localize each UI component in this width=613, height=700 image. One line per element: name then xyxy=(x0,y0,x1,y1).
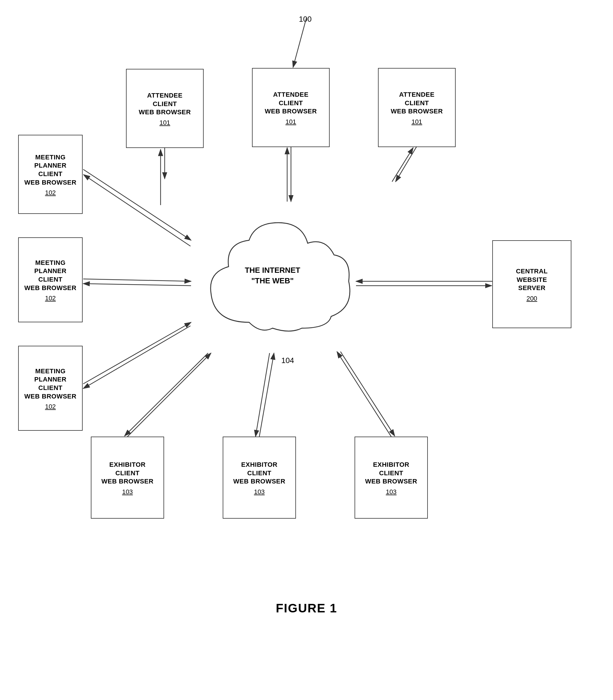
svg-line-18 xyxy=(125,353,208,436)
attendee1-id: 101 xyxy=(159,119,170,127)
svg-line-2 xyxy=(293,17,306,67)
svg-line-17 xyxy=(128,353,211,437)
meeting3-label: MEETINGPLANNERCLIENTWEB BROWSER xyxy=(24,367,77,401)
meeting1-label: MEETINGPLANNERCLIENTWEB BROWSER xyxy=(24,153,77,187)
meeting-node-2: MEETINGPLANNERCLIENTWEB BROWSER 102 xyxy=(18,237,83,322)
diagram: 100 ATTENDEECLIENTWEB BROWSER 101 ATTEND… xyxy=(0,0,613,645)
attendee-node-2: ATTENDEECLIENTWEB BROWSER 101 xyxy=(252,68,330,147)
exhibitor2-label: EXHIBITORCLIENTWEB BROWSER xyxy=(233,461,285,486)
attendee3-id: 101 xyxy=(412,118,422,126)
attendee1-label: ATTENDEECLIENTWEB BROWSER xyxy=(139,91,191,117)
svg-line-11 xyxy=(83,279,191,281)
exhibitor1-label: EXHIBITORCLIENTWEB BROWSER xyxy=(101,461,154,486)
svg-line-8 xyxy=(392,148,413,182)
internet-label: THE INTERNET"THE WEB" xyxy=(245,265,300,286)
meeting2-id: 102 xyxy=(45,295,56,302)
meeting1-id: 102 xyxy=(45,189,56,197)
exhibitor-node-3: EXHIBITORCLIENTWEB BROWSER 103 xyxy=(354,437,428,519)
exhibitor-node-2: EXHIBITORCLIENTWEB BROWSER 103 xyxy=(223,437,296,519)
exhibitor3-label: EXHIBITORCLIENTWEB BROWSER xyxy=(365,461,417,486)
meeting-node-3: MEETINGPLANNERCLIENTWEB BROWSER 102 xyxy=(18,346,83,431)
svg-line-12 xyxy=(83,284,191,286)
svg-line-13 xyxy=(83,322,191,384)
ref-100: 100 xyxy=(299,15,312,24)
exhibitor2-id: 103 xyxy=(254,488,265,496)
svg-line-22 xyxy=(340,352,395,436)
attendee3-label: ATTENDEECLIENTWEB BROWSER xyxy=(391,91,443,116)
internet-cloud: THE INTERNET"THE WEB" xyxy=(191,199,354,352)
figure-label: FIGURE 1 xyxy=(0,601,613,615)
svg-line-7 xyxy=(395,146,417,182)
attendee2-id: 101 xyxy=(285,118,296,126)
meeting-node-1: MEETINGPLANNERCLIENTWEB BROWSER 102 xyxy=(18,135,83,214)
exhibitor-node-1: EXHIBITORCLIENTWEB BROWSER 103 xyxy=(91,437,164,519)
attendee-node-3: ATTENDEECLIENTWEB BROWSER 101 xyxy=(378,68,456,147)
svg-line-10 xyxy=(83,174,191,246)
central-label: CENTRALWEBSITESERVER xyxy=(516,267,548,293)
exhibitor3-id: 103 xyxy=(386,488,397,496)
attendee2-label: ATTENDEECLIENTWEB BROWSER xyxy=(265,91,317,116)
central-server-node: CENTRALWEBSITESERVER 200 xyxy=(492,240,571,328)
exhibitor1-id: 103 xyxy=(122,488,133,496)
meeting3-id: 102 xyxy=(45,403,56,411)
svg-line-14 xyxy=(83,326,191,389)
attendee-node-1: ATTENDEECLIENTWEB BROWSER 101 xyxy=(126,69,204,148)
svg-line-21 xyxy=(337,352,391,437)
svg-line-20 xyxy=(256,353,270,437)
svg-line-19 xyxy=(259,353,274,437)
svg-line-9 xyxy=(83,169,191,240)
internet-id: 104 xyxy=(281,356,294,365)
meeting2-label: MEETINGPLANNERCLIENTWEB BROWSER xyxy=(24,259,77,292)
central-id: 200 xyxy=(526,295,537,302)
